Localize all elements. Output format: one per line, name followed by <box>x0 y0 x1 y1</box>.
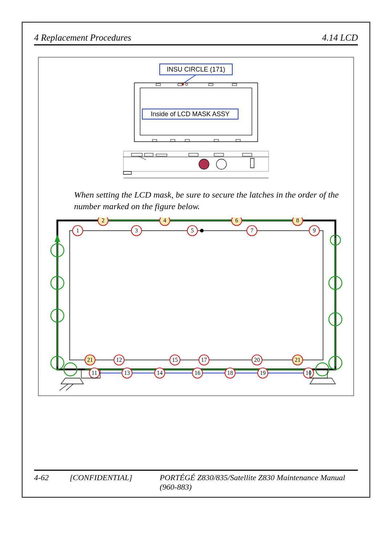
svg-text:19: 19 <box>260 370 266 376</box>
page-header: 4 Replacement Procedures 4.14 LCD <box>34 33 358 45</box>
svg-text:6: 6 <box>235 218 238 223</box>
figure-block: INSU CIRCLE (171) <box>38 57 354 396</box>
page-frame: 4 Replacement Procedures 4.14 LCD INSU C… <box>22 22 370 498</box>
svg-rect-10 <box>152 139 157 142</box>
figure-caption: When setting the LCD mask, be sure to se… <box>74 189 343 212</box>
svg-text:1: 1 <box>76 227 79 234</box>
svg-text:18: 18 <box>227 370 233 376</box>
svg-text:4: 4 <box>163 218 166 223</box>
lcd-mask-diagram: INSU CIRCLE (171) <box>120 62 272 182</box>
svg-rect-9 <box>232 84 237 86</box>
svg-text:12: 12 <box>116 357 122 363</box>
footer-page-number: 4-62 <box>34 473 60 492</box>
header-right: 4.14 LCD <box>322 33 358 43</box>
page-footer: 4-62 [CONFIDENTIAL] PORTÉGÉ Z830/835/Sat… <box>34 470 358 492</box>
svg-rect-8 <box>209 84 213 86</box>
svg-text:9: 9 <box>313 227 316 234</box>
svg-text:8: 8 <box>296 218 299 223</box>
svg-text:14: 14 <box>157 370 163 376</box>
svg-rect-14 <box>236 139 240 142</box>
figure-lcd-mask-assy: INSU CIRCLE (171) <box>45 62 347 182</box>
footer-doc-title: PORTÉGÉ Z830/835/Satellite Z830 Maintena… <box>160 473 358 492</box>
svg-rect-29 <box>70 231 323 360</box>
svg-text:5: 5 <box>191 227 194 234</box>
top-outer-latches: 2 4 6 8 <box>98 218 303 226</box>
svg-text:15: 15 <box>172 357 178 363</box>
svg-rect-6 <box>156 84 160 86</box>
svg-text:21: 21 <box>87 357 93 363</box>
header-left: 4 Replacement Procedures <box>34 33 131 43</box>
svg-point-25 <box>199 159 209 169</box>
svg-rect-12 <box>185 139 189 142</box>
svg-rect-11 <box>171 139 175 142</box>
svg-text:17: 17 <box>201 357 207 363</box>
latch-order-diagram: 2 4 6 8 1 3 5 7 9 <box>45 218 348 392</box>
svg-line-1 <box>183 75 196 84</box>
svg-rect-16 <box>123 151 269 171</box>
footer-confidential: [CONFIDENTIAL] <box>70 473 150 492</box>
svg-text:11: 11 <box>91 370 97 376</box>
svg-text:16: 16 <box>195 370 200 376</box>
svg-text:7: 7 <box>250 227 253 234</box>
svg-rect-7 <box>178 84 182 86</box>
inside-mask-label: Inside of LCD MASK ASSY <box>151 110 229 118</box>
svg-text:13: 13 <box>124 370 130 376</box>
svg-text:2: 2 <box>102 218 105 223</box>
svg-rect-13 <box>214 139 219 142</box>
svg-text:20: 20 <box>254 357 260 363</box>
svg-point-3 <box>185 83 188 85</box>
svg-text:3: 3 <box>135 227 138 234</box>
svg-point-54 <box>200 229 204 232</box>
svg-text:10: 10 <box>306 370 311 376</box>
svg-rect-28 <box>57 220 335 369</box>
svg-text:21: 21 <box>295 357 301 363</box>
insu-circle-label: INSU CIRCLE (171) <box>167 66 225 73</box>
